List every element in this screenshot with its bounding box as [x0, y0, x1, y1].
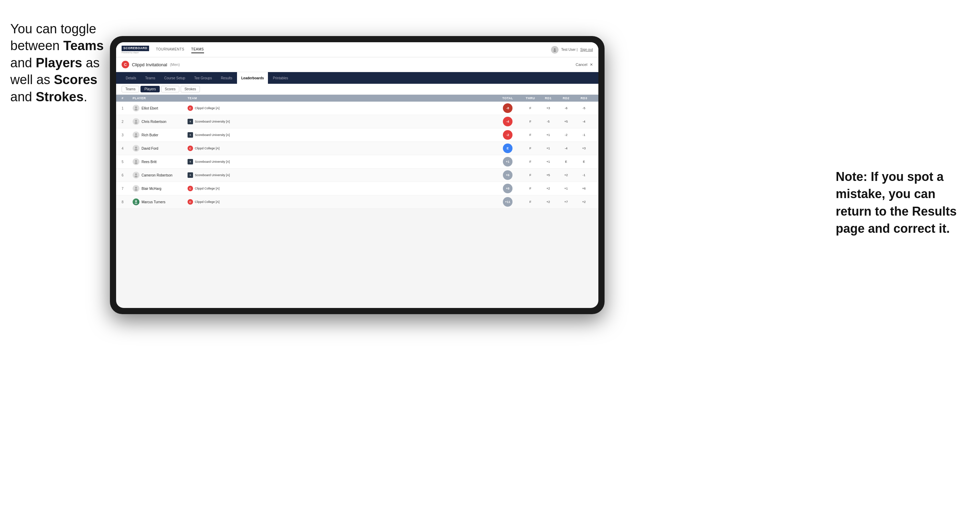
team-logo: C	[188, 146, 193, 151]
team-logo: C	[188, 199, 193, 205]
cell-position: 1	[122, 106, 133, 110]
tab-results[interactable]: Results	[217, 72, 236, 84]
svg-point-15	[135, 187, 137, 189]
table-header: # PLAYER TEAM TOTAL THRU RD1 RD2 RD3	[116, 95, 598, 102]
tab-details[interactable]: Details	[122, 72, 140, 84]
cell-rd3: -1	[575, 173, 593, 177]
nav-tournaments[interactable]: TOURNAMENTS	[156, 46, 185, 53]
svg-point-8	[135, 136, 137, 137]
player-name: Rees Britt	[142, 160, 157, 164]
user-name: Test User |	[561, 48, 578, 51]
cell-position: 7	[122, 187, 133, 190]
sub-tab-strokes[interactable]: Strokes	[181, 86, 200, 92]
cell-thru: F	[522, 120, 539, 123]
tab-leaderboards[interactable]: Leaderboards	[237, 72, 268, 84]
logo-text: SCOREBOARD	[122, 46, 149, 51]
player-name: Cameron Robertson	[142, 173, 172, 177]
cell-thru: F	[522, 173, 539, 177]
cell-rd2: +7	[557, 200, 575, 203]
tab-teams[interactable]: Teams	[141, 72, 159, 84]
cell-rd2: +2	[557, 173, 575, 177]
svg-point-10	[135, 149, 137, 151]
cell-team: SScoreboard University [A]	[188, 119, 494, 124]
player-avatar	[133, 118, 140, 125]
table-row[interactable]: 4David FordCClippd College [A]EF+1-4+3	[116, 142, 598, 155]
team-name: Scoreboard University [A]	[195, 133, 230, 137]
cell-team: SScoreboard University [A]	[188, 132, 494, 138]
cell-rd3: +6	[575, 187, 593, 190]
sign-out-link[interactable]: Sign out	[580, 48, 593, 51]
cell-position: 3	[122, 133, 133, 137]
sub-tab-scores[interactable]: Scores	[161, 86, 179, 92]
team-name: Clippd College [A]	[195, 187, 220, 190]
svg-point-16	[135, 189, 137, 191]
player-name: Chris Robertson	[142, 120, 166, 124]
team-logo: S	[188, 119, 193, 124]
score-badge: +8	[503, 184, 512, 193]
cell-total: -2	[494, 130, 522, 140]
tab-course-setup[interactable]: Course Setup	[160, 72, 189, 84]
table-row[interactable]: 7Blair McHargCClippd College [A]+8F+2+1+…	[116, 182, 598, 195]
cell-rd3: -1	[575, 133, 593, 137]
cell-thru: F	[522, 187, 539, 190]
tab-tee-groups[interactable]: Tee Groups	[190, 72, 216, 84]
svg-point-7	[135, 133, 137, 135]
player-name: Rich Butler	[142, 133, 158, 137]
cell-total: -4	[494, 117, 522, 126]
col-header-pos: #	[122, 97, 133, 100]
cancel-button[interactable]: Cancel ✕	[576, 62, 593, 67]
cell-position: 4	[122, 147, 133, 150]
sub-tab-players[interactable]: Players	[140, 86, 159, 92]
table-row[interactable]: 6Cameron RobertsonSScoreboard University…	[116, 168, 598, 182]
col-header-thru: THRU	[522, 97, 539, 100]
cell-player: Elliot Ebert	[133, 105, 188, 111]
cell-player: Rich Butler	[133, 132, 188, 138]
cell-rd2: -6	[557, 106, 575, 110]
cell-rd2: -4	[557, 147, 575, 150]
table-body: 1Elliot EbertCClippd College [A]-8F+3-6-…	[116, 102, 598, 209]
tab-printables[interactable]: Printables	[269, 72, 292, 84]
cell-rd2: +5	[557, 120, 575, 123]
table-row[interactable]: 2Chris RobertsonSScoreboard University […	[116, 115, 598, 129]
table-row[interactable]: 5Rees BrittSScoreboard University [A]+1F…	[116, 155, 598, 168]
team-name: Clippd College [A]	[195, 200, 220, 203]
player-name: Elliot Ebert	[142, 106, 158, 110]
sub-tab-teams[interactable]: Teams	[122, 86, 139, 92]
svg-point-12	[135, 162, 137, 164]
cell-player: David Ford	[133, 145, 188, 152]
cell-team: SScoreboard University [A]	[188, 159, 494, 165]
tab-bar: Details Teams Course Setup Tee Groups Re…	[116, 72, 598, 84]
nav-teams[interactable]: TEAMS	[191, 46, 204, 53]
cell-rd3: +3	[575, 147, 593, 150]
app-header-right: Test User | Sign out	[551, 46, 593, 54]
right-annotation: Note: If you spot a mistake, you can ret…	[836, 168, 966, 238]
cell-position: 8	[122, 200, 133, 204]
cell-team: CClippd College [A]	[188, 186, 494, 191]
cell-rd1: +2	[539, 200, 557, 203]
tournament-name: Clippd Invitational	[132, 62, 167, 67]
tournament-title: C Clippd Invitational (Men)	[122, 61, 180, 68]
table-row[interactable]: 8Marcus TurnersCClippd College [A]+11F+2…	[116, 195, 598, 209]
cell-total: +1	[494, 157, 522, 167]
team-logo: C	[188, 105, 193, 111]
cell-thru: F	[522, 106, 539, 110]
cell-team: CClippd College [A]	[188, 199, 494, 205]
cell-total: -8	[494, 103, 522, 113]
table-row[interactable]: 3Rich ButlerSScoreboard University [A]-2…	[116, 129, 598, 142]
table-row[interactable]: 1Elliot EbertCClippd College [A]-8F+3-6-…	[116, 102, 598, 115]
score-badge: -4	[503, 117, 512, 126]
col-header-rd3: RD3	[575, 97, 593, 100]
cell-team: SScoreboard University [A]	[188, 172, 494, 178]
cell-team: CClippd College [A]	[188, 146, 494, 151]
col-header-total: TOTAL	[494, 97, 522, 100]
team-logo: S	[188, 172, 193, 178]
team-name: Scoreboard University [A]	[195, 173, 230, 177]
tablet-screen: SCOREBOARD Powered by clippd TOURNAMENTS…	[116, 42, 598, 308]
cell-thru: F	[522, 133, 539, 137]
cell-total: +11	[494, 197, 522, 207]
svg-point-5	[135, 120, 137, 122]
cell-team: CClippd College [A]	[188, 105, 494, 111]
cell-rd2: -2	[557, 133, 575, 137]
score-badge: +6	[503, 170, 512, 180]
left-annotation: You can toggle between Teams and Players…	[10, 21, 107, 105]
